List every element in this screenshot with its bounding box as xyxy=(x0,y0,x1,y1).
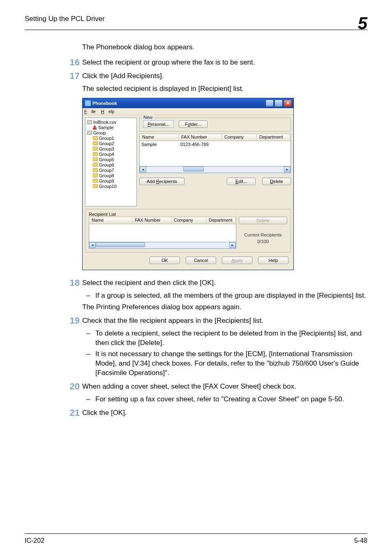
menu-help[interactable]: Help xyxy=(101,109,115,114)
step-17: 17 Click the [Add Recipients]. xyxy=(82,72,367,81)
step-number: 20 xyxy=(62,382,80,391)
tree-folder[interactable]: Group10 xyxy=(86,184,136,189)
menu-bar: File Help xyxy=(83,108,293,115)
close-button[interactable] xyxy=(284,100,292,107)
step-number: 16 xyxy=(62,58,80,67)
tree-folder[interactable]: Group5 xyxy=(86,157,136,162)
tree-folder[interactable]: Group7 xyxy=(86,168,136,173)
col-company[interactable]: Company xyxy=(171,217,206,224)
tree-folder[interactable]: Group8 xyxy=(86,173,136,178)
step-number: 21 xyxy=(62,408,80,417)
window-title: Phonebook xyxy=(92,101,117,106)
step-text: Click the [OK]. xyxy=(82,408,367,418)
ok-button[interactable]: OK xyxy=(150,257,180,264)
tree-folder[interactable]: Group9 xyxy=(86,178,136,184)
recipient-delete-button[interactable]: Delete xyxy=(239,217,287,224)
recipient-list-header: Name FAX Number Company Department xyxy=(89,217,236,224)
tree-folder[interactable]: Group1 xyxy=(86,136,136,141)
step-18-follow: The Printing Preferences dialog box appe… xyxy=(82,303,367,312)
col-company[interactable]: Company xyxy=(222,134,257,141)
new-fieldset: New Personal... Folder... xyxy=(139,118,291,132)
running-title: Setting Up the PCL Driver xyxy=(25,15,105,27)
entry-list-header: Name FAX Number Company Department xyxy=(139,134,291,141)
dash-icon: – xyxy=(86,291,95,301)
scroll-left-icon[interactable]: ◄ xyxy=(140,167,146,172)
table-row[interactable]: Sample 0123-456-789 xyxy=(141,142,289,147)
scroll-right-icon[interactable]: ► xyxy=(229,242,236,248)
entry-list[interactable]: Sample 0123-456-789 xyxy=(139,141,291,167)
col-name[interactable]: Name xyxy=(140,134,179,141)
step-text: Select the recipient or group where the … xyxy=(82,58,367,67)
scroll-thumb[interactable] xyxy=(96,242,145,247)
minimize-button[interactable] xyxy=(265,100,274,107)
step-19-sub2: – It is not necessary to change the sett… xyxy=(86,350,367,378)
step-20-sub: – For setting up a fax cover sheet, refe… xyxy=(86,395,367,404)
step-number: 17 xyxy=(62,72,80,81)
step-20: 20 When adding a cover sheet, select the… xyxy=(82,382,367,392)
book-icon xyxy=(87,120,92,124)
tree-folder[interactable]: Group4 xyxy=(86,152,136,157)
folder-icon xyxy=(93,158,98,161)
apply-button[interactable]: Apply xyxy=(222,257,252,264)
page-footer: IC-202 5-48 xyxy=(25,533,367,544)
step-number: 19 xyxy=(62,316,80,325)
maximize-button xyxy=(274,100,283,107)
add-recipients-button[interactable]: Add Recipients xyxy=(139,178,184,185)
current-recipients-label: Current Recipients xyxy=(239,232,287,237)
phonebook-dialog-figure: Phonebook File Help IniBook.csv Sample G… xyxy=(82,98,367,270)
intro-paragraph: The Phonebook dialog box appears. xyxy=(82,42,367,52)
col-fax[interactable]: FAX Number xyxy=(179,134,222,141)
step-16: 16 Select the recipient or group where t… xyxy=(82,58,367,67)
tree-group-root[interactable]: Group xyxy=(86,130,136,136)
recipient-list[interactable] xyxy=(89,224,236,242)
recipient-legend: Recipient List xyxy=(89,212,116,217)
step-18-sub: – If a group is selected, all the member… xyxy=(86,291,367,301)
scroll-right-icon[interactable]: ► xyxy=(284,167,291,172)
scroll-left-icon[interactable]: ◄ xyxy=(89,242,96,248)
step-17-follow: The selected recipient is displayed in [… xyxy=(82,84,367,94)
page-body: The Phonebook dialog box appears. 16 Sel… xyxy=(25,42,367,418)
col-department[interactable]: Department xyxy=(257,134,291,141)
personal-button[interactable]: Personal... xyxy=(143,120,174,128)
folder-icon xyxy=(93,152,98,156)
new-legend: New xyxy=(142,115,154,120)
address-tree[interactable]: IniBook.csv Sample Group Group1 Group2 G… xyxy=(85,118,137,206)
scroll-thumb[interactable] xyxy=(183,167,204,171)
help-button[interactable]: Help xyxy=(258,257,288,264)
footer-left: IC-202 xyxy=(25,537,44,544)
recipient-list-hscroll[interactable]: ◄ ► xyxy=(89,242,236,249)
tree-sample[interactable]: Sample xyxy=(86,125,136,130)
step-21: 21 Click the [OK]. xyxy=(82,408,367,418)
menu-file[interactable]: File xyxy=(84,109,96,114)
tree-folder[interactable]: Group2 xyxy=(86,141,136,146)
current-recipients-count: 0/100 xyxy=(239,239,287,244)
tree-book[interactable]: IniBook.csv xyxy=(86,120,136,125)
tree-folder[interactable]: Group6 xyxy=(86,162,136,168)
tree-folder[interactable]: Group3 xyxy=(86,146,136,152)
col-department[interactable]: Department xyxy=(206,217,236,224)
dash-icon: – xyxy=(86,395,95,404)
title-bar[interactable]: Phonebook xyxy=(83,98,293,108)
group-icon xyxy=(87,131,92,135)
folder-button[interactable]: Folder... xyxy=(179,120,208,128)
delete-button[interactable]: Delete xyxy=(262,178,291,185)
folder-icon xyxy=(93,184,98,188)
folder-icon xyxy=(93,141,98,145)
step-19: 19 Check that the file recipient appears… xyxy=(82,316,367,326)
dash-icon: – xyxy=(86,329,95,348)
cancel-button[interactable]: Cancel xyxy=(186,257,216,264)
folder-icon xyxy=(93,168,98,172)
page-header: Setting Up the PCL Driver 5 xyxy=(25,12,367,30)
folder-icon xyxy=(93,174,98,177)
col-name[interactable]: Name xyxy=(89,217,132,224)
folder-icon xyxy=(93,147,98,151)
chapter-number: 5 xyxy=(358,15,367,32)
step-text: When adding a cover sheet, select the [F… xyxy=(82,382,367,392)
step-18: 18 Select the recipient and then click t… xyxy=(82,278,367,288)
folder-icon xyxy=(93,163,98,167)
app-icon xyxy=(85,100,91,106)
entry-list-hscroll[interactable]: ◄ ► xyxy=(139,167,291,173)
folder-icon xyxy=(93,136,98,140)
edit-button[interactable]: Edit... xyxy=(227,178,256,185)
col-fax[interactable]: FAX Number xyxy=(132,217,171,224)
